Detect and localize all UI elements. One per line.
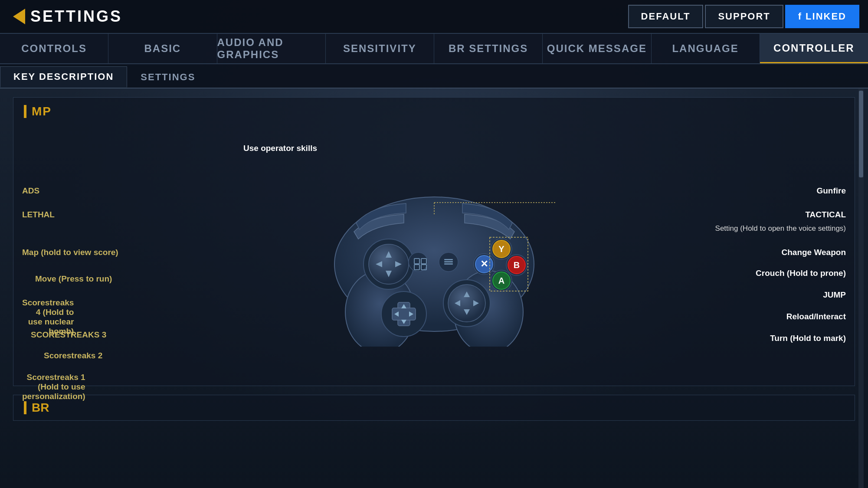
svg-text:A: A	[498, 276, 504, 285]
controller-svg: ✕ Y B A	[313, 164, 556, 347]
linked-label: LINKED	[806, 11, 846, 22]
mp-section-title: MP	[13, 98, 855, 125]
tab-controls[interactable]: CONTROLS	[0, 34, 108, 63]
nav-tabs: CONTROLS BASIC AUDIO AND GRAPHICS SENSIT…	[0, 34, 868, 64]
scrollbar-thumb[interactable]	[859, 91, 863, 177]
label-scorestreaks2: Scorestreaks 2	[44, 351, 102, 360]
tab-language[interactable]: LANGUAGE	[652, 34, 760, 63]
controller-diagram: ✕ Y B A	[13, 125, 855, 386]
label-lethal: LETHAL	[22, 210, 55, 219]
label-scorestreaks1: Scorestreaks 1 (Hold to use personalizat…	[22, 373, 85, 401]
label-use-operator-skills: Use operator skills	[243, 144, 317, 153]
header-buttons: DEFAULT SUPPORT f LINKED	[628, 5, 868, 28]
settings-title: SETTINGS	[30, 7, 122, 26]
br-section: BR	[13, 395, 855, 421]
tab-audio-graphics[interactable]: AUDIO AND GRAPHICS	[217, 34, 326, 63]
svg-rect-23	[444, 259, 453, 260]
scrollbar[interactable]	[858, 88, 864, 488]
svg-point-4	[369, 244, 409, 284]
label-setting: Setting (Hold to open the voice settings…	[715, 224, 846, 233]
label-map: Map (hold to view score)	[22, 248, 118, 257]
tab-br-settings[interactable]: BR SETTINGS	[434, 34, 543, 63]
label-turn: Turn (Hold to mark)	[770, 334, 846, 343]
svg-text:B: B	[513, 260, 519, 270]
header: SETTINGS DEFAULT SUPPORT f LINKED	[0, 0, 868, 34]
tab-quick-message[interactable]: QUICK MESSAGE	[543, 34, 651, 63]
subtab-settings[interactable]: SETTINGS	[127, 67, 209, 88]
default-button[interactable]: DEFAULT	[628, 5, 704, 28]
svg-rect-25	[444, 263, 453, 265]
label-tactical: TACTICAL	[805, 210, 846, 219]
br-section-title: BR	[24, 401, 49, 415]
label-reload: Reload/Interact	[786, 312, 846, 321]
label-change-weapon: Change Weapon	[782, 248, 846, 257]
linked-button[interactable]: f LINKED	[785, 5, 859, 28]
back-button[interactable]: SETTINGS	[0, 7, 135, 26]
facebook-icon: f	[798, 11, 802, 22]
subtab-key-description[interactable]: KEY DESCRIPTION	[0, 66, 127, 88]
svg-point-26	[409, 252, 428, 272]
main-content: MP	[0, 88, 868, 488]
tab-basic[interactable]: BASIC	[108, 34, 217, 63]
mp-section: MP	[13, 97, 855, 386]
label-move: Move (Press to run)	[35, 274, 112, 284]
svg-point-17	[448, 285, 485, 322]
support-button[interactable]: SUPPORT	[705, 5, 783, 28]
svg-text:Y: Y	[498, 244, 504, 254]
tab-controller[interactable]: CONTROLLER	[760, 34, 868, 63]
sub-tabs: KEY DESCRIPTION SETTINGS	[0, 64, 868, 88]
label-ads: ADS	[22, 186, 39, 196]
tab-sensitivity[interactable]: SENSITIVITY	[326, 34, 434, 63]
svg-rect-24	[444, 261, 453, 262]
label-gunfire: Gunfire	[816, 186, 846, 196]
label-crouch: Crouch (Hold to prone)	[756, 269, 846, 278]
label-scorestreaks3: SCORESTREAKS 3	[31, 330, 106, 340]
label-jump: JUMP	[823, 290, 846, 300]
back-arrow-icon	[13, 9, 25, 24]
svg-text:✕: ✕	[480, 259, 488, 269]
